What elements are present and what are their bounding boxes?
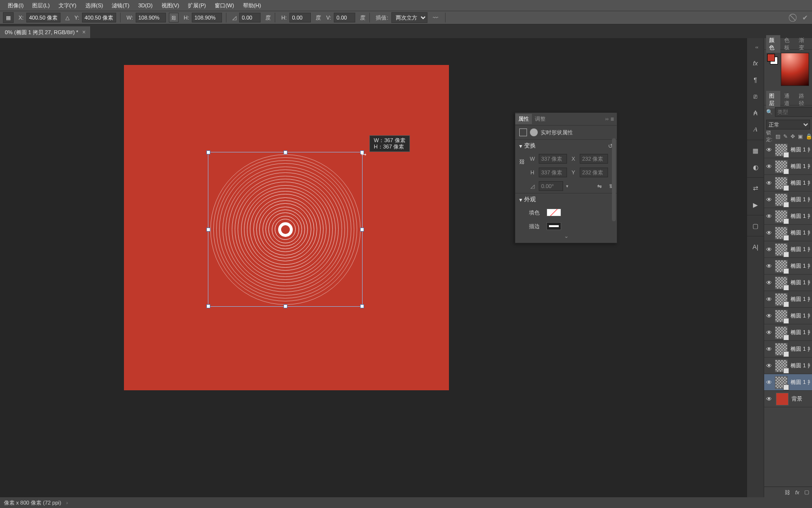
reference-point-icon[interactable]: ▦	[3, 12, 14, 23]
lock-pixels-icon[interactable]: ✎	[783, 133, 788, 140]
layer-thumbnail[interactable]	[775, 144, 788, 156]
visibility-icon[interactable]: 👁	[766, 147, 772, 153]
w-input[interactable]	[136, 13, 166, 22]
status-menu-icon[interactable]: ›	[66, 500, 68, 506]
layer-thumbnail[interactable]	[775, 293, 788, 306]
prop-h-input[interactable]	[539, 168, 567, 177]
menu-layer[interactable]: 图层(L)	[28, 0, 53, 11]
fx-panel-icon[interactable]: fx	[749, 56, 762, 70]
visibility-icon[interactable]: 👁	[766, 163, 772, 170]
visibility-icon[interactable]: 👁	[766, 346, 772, 353]
shapes-panel-icon[interactable]: ▢	[749, 218, 762, 233]
layer-row[interactable]: 👁椭圆 1 拷	[764, 308, 812, 324]
angle-input[interactable]	[239, 13, 261, 22]
paragraph-panel-icon[interactable]: ¶	[749, 72, 762, 87]
link-wh-icon[interactable]: ⛓	[169, 13, 179, 22]
chevron-down-icon[interactable]: ▾	[566, 184, 568, 189]
menu-ext[interactable]: 扩展(P)	[184, 0, 210, 11]
visibility-icon[interactable]: 👁	[766, 263, 772, 270]
prop-angle-input[interactable]	[539, 181, 563, 191]
menu-3d[interactable]: 3D(D)	[134, 1, 156, 10]
fg-bg-swatch[interactable]	[767, 54, 778, 64]
layer-list[interactable]: 👁椭圆 1 拷👁椭圆 1 拷👁椭圆 1 拷👁椭圆 1 拷👁椭圆 1 拷👁椭圆 1…	[764, 142, 812, 487]
hskew-input[interactable]	[289, 13, 311, 22]
menu-select[interactable]: 选择(S)	[81, 0, 107, 11]
handle-br[interactable]	[360, 304, 364, 308]
layer-mask-icon[interactable]: ▢	[804, 489, 809, 495]
layer-row[interactable]: 👁椭圆 1 拷	[764, 374, 812, 391]
visibility-icon[interactable]: 👁	[766, 313, 772, 319]
layer-thumbnail[interactable]	[775, 276, 788, 289]
close-icon[interactable]: ×	[82, 29, 85, 36]
blend-mode-select[interactable]: 正常	[766, 120, 810, 129]
layer-row[interactable]: 👁椭圆 1 拷	[764, 275, 812, 291]
visibility-icon[interactable]: 👁	[766, 213, 772, 220]
vskew-input[interactable]	[334, 13, 355, 22]
flip-horizontal-icon[interactable]: ⇋	[597, 183, 602, 190]
layer-row[interactable]: 👁背景	[764, 391, 812, 407]
lock-artboard-icon[interactable]: ▣	[798, 133, 803, 140]
color-spectrum[interactable]	[781, 53, 809, 86]
layer-row[interactable]: 👁椭圆 1 拷	[764, 225, 812, 241]
visibility-icon[interactable]: 👁	[766, 180, 772, 187]
handle-mr[interactable]	[360, 228, 364, 232]
menu-help[interactable]: 帮助(H)	[239, 0, 265, 11]
layer-row[interactable]: 👁椭圆 1 拷	[764, 241, 812, 258]
lock-transparency-icon[interactable]: ▨	[775, 133, 780, 140]
cancel-transform-icon[interactable]: ⃠	[791, 14, 798, 21]
warp-mode-icon[interactable]: 〰	[430, 12, 441, 23]
prop-w-input[interactable]	[539, 154, 567, 164]
menu-filter[interactable]: 滤镜(T)	[108, 0, 133, 11]
layer-thumbnail[interactable]	[775, 193, 788, 206]
actions-panel-icon[interactable]: ⇄	[749, 181, 762, 195]
handle-bm[interactable]	[284, 304, 287, 308]
swatches-panel-icon[interactable]: ▦	[749, 143, 762, 158]
layer-thumbnail[interactable]	[775, 343, 788, 356]
link-layers-icon[interactable]: ⛓	[785, 489, 790, 495]
transform-bounding-box[interactable]	[208, 152, 363, 307]
visibility-icon[interactable]: 👁	[766, 246, 772, 253]
visibility-icon[interactable]: 👁	[766, 396, 773, 402]
expand-panels-icon[interactable]: ‹‹	[750, 40, 764, 55]
layer-row[interactable]: 👁椭圆 1 拷	[764, 158, 812, 175]
handle-tm[interactable]	[284, 150, 287, 154]
visibility-icon[interactable]: 👁	[766, 279, 772, 286]
document-tab[interactable]: 0% (椭圆 1 拷贝 27, RGB/8#) * ×	[0, 26, 91, 38]
layer-row[interactable]: 👁椭圆 1 拷	[764, 341, 812, 358]
interp-select[interactable]: 两次立方	[391, 12, 427, 23]
expand-panel-icon[interactable]: ⌄	[515, 233, 617, 243]
section-transform[interactable]: ▾ 变换 ↺	[515, 139, 617, 152]
lock-all-icon[interactable]: 🔒	[806, 133, 812, 140]
layer-thumbnail[interactable]	[775, 310, 788, 322]
layer-row[interactable]: 👁椭圆 1 拷	[764, 324, 812, 341]
visibility-icon[interactable]: 👁	[766, 362, 772, 369]
visibility-icon[interactable]: 👁	[766, 379, 772, 386]
visibility-icon[interactable]: 👁	[766, 230, 772, 236]
color-panel-icon[interactable]: ◐	[749, 160, 762, 174]
layer-thumbnail[interactable]	[775, 360, 788, 372]
layer-row[interactable]: 👁椭圆 1 拷	[764, 258, 812, 275]
h-input[interactable]	[192, 13, 222, 22]
lock-position-icon[interactable]: ✥	[791, 133, 795, 140]
panel-scrollbar[interactable]	[612, 138, 616, 221]
panel-menu-icon[interactable]: ≡	[610, 116, 614, 123]
layer-thumbnail[interactable]	[775, 177, 788, 190]
layer-thumbnail[interactable]	[775, 260, 788, 273]
layer-row[interactable]: 👁椭圆 1 拷	[764, 291, 812, 308]
layer-row[interactable]: 👁椭圆 1 拷	[764, 208, 812, 225]
layer-row[interactable]: 👁椭圆 1 拷	[764, 191, 812, 208]
font-panel-icon[interactable]: A	[749, 122, 762, 137]
collapse-panel-icon[interactable]: ››	[605, 116, 609, 122]
history-panel-icon[interactable]: ▶	[749, 197, 762, 212]
layer-thumbnail[interactable]	[776, 393, 789, 405]
layer-fx-icon[interactable]: fx	[795, 489, 799, 495]
menu-window[interactable]: 窗口(W)	[211, 0, 238, 11]
tab-adjustments[interactable]: 调整	[532, 114, 548, 124]
commit-transform-icon[interactable]: ✔	[801, 14, 809, 21]
prop-y-input[interactable]	[580, 168, 608, 177]
layer-filter-input[interactable]	[775, 107, 812, 117]
menu-view[interactable]: 视图(V)	[158, 0, 183, 11]
layer-row[interactable]: 👁椭圆 1 拷	[764, 175, 812, 191]
visibility-icon[interactable]: 👁	[766, 196, 772, 203]
tab-properties[interactable]: 属性	[515, 114, 532, 124]
